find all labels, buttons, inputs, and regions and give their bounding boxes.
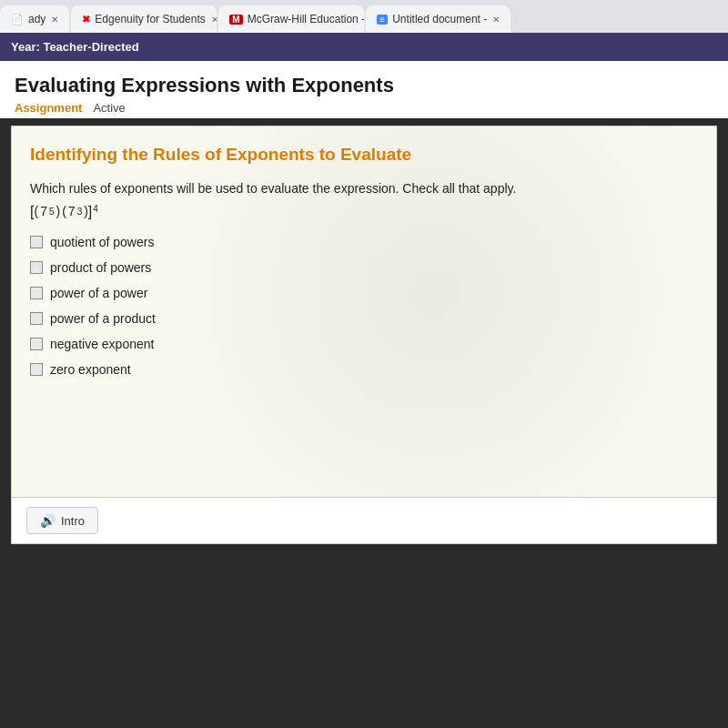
checkbox-power-product[interactable] bbox=[30, 312, 43, 325]
tab-close-untitled[interactable]: ✕ bbox=[492, 15, 500, 25]
question-text: Which rules of exponents will be used to… bbox=[30, 179, 698, 198]
page-title-section: Evaluating Expressions with Exponents As… bbox=[0, 61, 728, 118]
checkbox-label-power-power: power of a power bbox=[50, 286, 147, 300]
tab-edgenuity[interactable]: ✖ Edgenuity for Students ✕ bbox=[71, 5, 217, 33]
checkbox-negative-exp[interactable] bbox=[30, 338, 43, 350]
checkbox-power-power[interactable] bbox=[30, 287, 43, 299]
checkbox-label-negative-exp: negative exponent bbox=[50, 337, 154, 351]
card-heading: Identifying the Rules of Exponents to Ev… bbox=[30, 145, 698, 165]
outer-exp-4: 4 bbox=[93, 204, 98, 214]
intro-button-label: Intro bbox=[61, 514, 85, 528]
close-paren-1: ) bbox=[56, 204, 60, 218]
checkbox-item-quotient[interactable]: quotient of powers bbox=[30, 235, 698, 249]
checkbox-label-quotient: quotient of powers bbox=[50, 235, 154, 249]
checkbox-label-product-powers: product of powers bbox=[50, 260, 151, 275]
tab-label-ady: ady bbox=[28, 13, 46, 25]
checkbox-list: quotient of powers product of powers pow… bbox=[30, 235, 698, 377]
checkbox-item-product-powers[interactable]: product of powers bbox=[30, 260, 698, 275]
tab-icon-untitled: ≡ bbox=[377, 15, 388, 25]
open-paren-1: ( bbox=[34, 204, 38, 218]
exp-3: 3 bbox=[77, 207, 83, 217]
checkbox-item-negative-exp[interactable]: negative exponent bbox=[30, 337, 698, 351]
page-title: Evaluating Expressions with Exponents bbox=[15, 74, 713, 97]
checkbox-quotient[interactable] bbox=[30, 236, 43, 248]
tab-ady[interactable]: 📄 ady ✕ bbox=[0, 5, 69, 33]
base-7-1: 7 bbox=[40, 204, 47, 218]
footer-bar: 🔊 Intro bbox=[12, 497, 716, 543]
tab-close-ady[interactable]: ✕ bbox=[51, 15, 58, 25]
open-paren-2: ( bbox=[62, 204, 66, 218]
nav-bar: Year: Teacher-Directed bbox=[0, 33, 728, 61]
tab-icon-ady: 📄 bbox=[11, 14, 24, 25]
base-expression: ( 7 5 ) ( 7 3 ) bbox=[34, 204, 87, 218]
intro-button[interactable]: 🔊 Intro bbox=[26, 507, 98, 534]
tab-close-edgenuity[interactable]: ✕ bbox=[211, 15, 217, 25]
checkbox-item-power-power[interactable]: power of a power bbox=[30, 286, 698, 300]
checkbox-label-zero-exp: zero exponent bbox=[50, 362, 131, 377]
base-7-2: 7 bbox=[68, 204, 76, 218]
tab-mcgraw[interactable]: M McGraw-Hill Education - E ✕ bbox=[218, 5, 364, 33]
tab-icon-edgenuity: ✖ bbox=[82, 14, 90, 25]
exp-5: 5 bbox=[49, 207, 55, 217]
tab-label-untitled: Untitled document - bbox=[392, 13, 487, 25]
assignment-label: Assignment bbox=[15, 101, 82, 115]
checkbox-item-zero-exp[interactable]: zero exponent bbox=[30, 362, 698, 377]
checkbox-label-power-product: power of a product bbox=[50, 311, 156, 326]
active-label: Active bbox=[93, 101, 125, 115]
tab-label-mcgraw: McGraw-Hill Education - E bbox=[248, 13, 365, 25]
tab-untitled[interactable]: ≡ Untitled document - ✕ bbox=[366, 5, 511, 33]
page-meta: Assignment Active bbox=[15, 101, 713, 115]
browser-tabs: 📄 ady ✕ ✖ Edgenuity for Students ✕ M McG… bbox=[0, 0, 728, 33]
content-card: Identifying the Rules of Exponents to Ev… bbox=[11, 126, 717, 544]
nav-year-label: Year: Teacher-Directed bbox=[11, 40, 139, 54]
checkbox-zero-exp[interactable] bbox=[30, 363, 43, 376]
expression-display: [ ( 7 5 ) ( 7 3 ) ] 4 bbox=[30, 204, 698, 220]
checkbox-product-powers[interactable] bbox=[30, 261, 43, 274]
tab-label-edgenuity: Edgenuity for Students bbox=[95, 13, 205, 25]
tab-icon-mcgraw: M bbox=[229, 15, 242, 25]
speaker-icon: 🔊 bbox=[40, 513, 56, 528]
close-bracket: ] bbox=[88, 204, 92, 220]
checkbox-item-power-product[interactable]: power of a product bbox=[30, 311, 698, 326]
